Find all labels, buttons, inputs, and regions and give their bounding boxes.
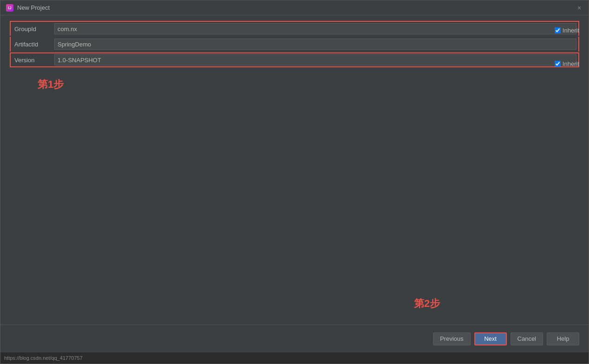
app-icon: IJ [6,4,13,12]
url-text: https://blog.csdn.net/qq_41770757 [4,355,83,361]
groupid-input[interactable] [54,23,576,34]
version-inherit-label: Inherit [563,60,579,67]
groupid-inherit-label: Inherit [563,27,579,34]
step1-label: 第1步 [38,78,579,91]
new-project-dialog: IJ New Project × GroupId ArtifactId [0,0,589,364]
form-area: GroupId ArtifactId Version [10,21,579,68]
version-label: Version [13,57,54,64]
artifactid-label: ArtifactId [13,41,54,48]
artifactid-row: ArtifactId [10,37,579,52]
version-inherit: Inherit [555,55,579,72]
url-bar: https://blog.csdn.net/qq_41770757 [0,352,589,364]
previous-button[interactable]: Previous [433,332,471,345]
close-button[interactable]: × [576,4,583,12]
bottom-bar: Previous Next Cancel Help [0,325,589,352]
groupid-inherit-checkbox[interactable] [555,27,561,33]
groupid-inherit: Inherit [555,22,579,39]
groupid-row: GroupId [10,21,579,36]
version-row: Version [10,52,579,67]
main-content: GroupId ArtifactId Version [0,15,589,325]
dialog-title: New Project [17,4,50,11]
version-input[interactable] [54,54,576,65]
title-bar-left: IJ New Project [6,4,50,12]
groupid-label: GroupId [13,26,54,32]
help-button[interactable]: Help [547,332,579,345]
version-inherit-checkbox[interactable] [555,61,561,67]
step2-label: 第2步 [414,297,440,311]
next-button[interactable]: Next [474,332,507,345]
artifactid-input[interactable] [54,39,576,50]
cancel-button[interactable]: Cancel [511,332,543,345]
title-bar: IJ New Project × [0,0,589,15]
